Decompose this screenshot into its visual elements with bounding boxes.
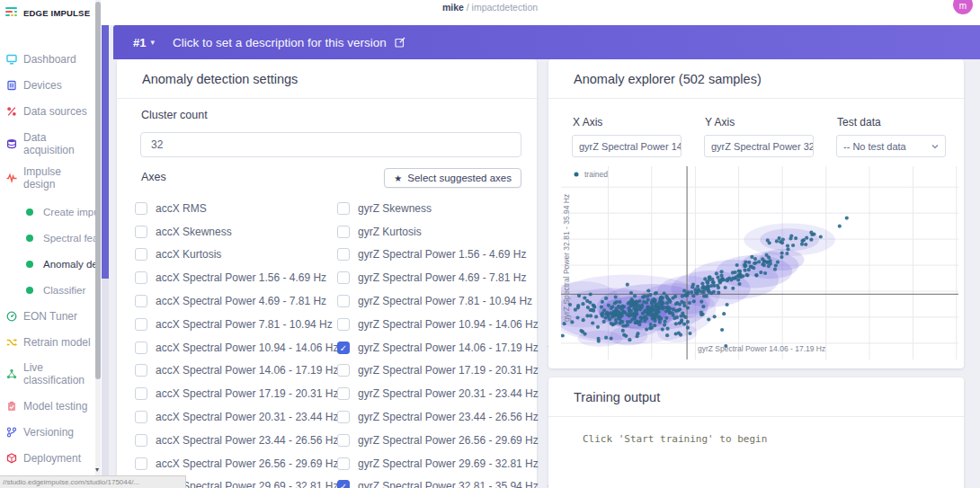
- axis-checkbox[interactable]: [337, 387, 350, 400]
- axis-checkbox-row[interactable]: gyrZ Spectral Power 23.44 - 26.56 Hz: [337, 405, 556, 429]
- sidebar-scrollbar-thumb[interactable]: [95, 2, 101, 379]
- axis-checkbox[interactable]: [135, 202, 147, 215]
- sidebar-item-eon-tuner[interactable]: EON Tuner: [0, 308, 95, 324]
- axis-checkbox-row[interactable]: accX Skewness: [135, 220, 337, 244]
- axis-checkbox-row[interactable]: accX Kurtosis: [135, 244, 337, 267]
- axis-checkbox[interactable]: [337, 226, 350, 238]
- axis-checkbox[interactable]: ✓: [337, 342, 350, 354]
- axis-checkbox-row[interactable]: gyrZ Spectral Power 26.56 - 29.69 Hz: [337, 429, 556, 452]
- suggest-button-label: Select suggested axes: [407, 173, 512, 183]
- x-axis-label: X Axis: [573, 116, 602, 129]
- axis-checkbox[interactable]: [135, 387, 147, 400]
- axis-checkbox[interactable]: [135, 226, 147, 238]
- edit-pencil-icon[interactable]: [395, 37, 405, 48]
- axis-checkbox[interactable]: [135, 411, 147, 423]
- main-scrollbar[interactable]: [102, 25, 109, 488]
- axis-checkbox-label: gyrZ Skewness: [358, 202, 432, 215]
- sidebar-item-versioning[interactable]: Versioning: [0, 424, 95, 440]
- axis-checkbox-label: gyrZ Spectral Power 29.69 - 32.81 Hz: [358, 457, 539, 470]
- devices-icon: [6, 80, 17, 91]
- svg-text:gyrZ Spectral Power 14.06 - 17: gyrZ Spectral Power 14.06 - 17.19 Hz: [698, 344, 825, 353]
- axis-checkbox-label: accX Spectral Power 7.81 - 10.94 Hz: [156, 318, 333, 331]
- logo-text: EDGE IMPULSE: [23, 8, 90, 18]
- axis-checkbox-row[interactable]: accX Spectral Power 10.94 - 14.06 Hz: [135, 336, 337, 359]
- training-console-text: Click 'Start training' to begin: [583, 433, 767, 445]
- sidebar-item-dashboard[interactable]: Dashboard: [0, 51, 95, 67]
- axis-checkbox-row[interactable]: gyrZ Kurtosis: [337, 220, 556, 244]
- network-icon: [6, 368, 17, 379]
- axis-checkbox-row[interactable]: accX Spectral Power 7.81 - 10.94 Hz: [135, 313, 337, 336]
- axis-checkbox-row[interactable]: accX Spectral Power 1.56 - 4.69 Hz: [135, 266, 337, 289]
- axis-checkbox[interactable]: [337, 318, 350, 331]
- axis-checkbox[interactable]: [135, 271, 147, 284]
- axis-checkbox-row[interactable]: gyrZ Spectral Power 4.69 - 7.81 Hz: [337, 266, 556, 289]
- sidebar-item-devices[interactable]: Devices: [0, 77, 95, 93]
- axis-checkbox[interactable]: [337, 364, 350, 377]
- axis-checkbox[interactable]: [135, 318, 147, 331]
- axis-checkbox-row[interactable]: gyrZ Spectral Power 29.69 - 32.81 Hz: [337, 452, 556, 475]
- axis-checkbox[interactable]: [135, 295, 147, 307]
- main-scrollbar-thumb[interactable]: [102, 25, 109, 279]
- sidebar-item-classifier[interactable]: Classifier: [0, 282, 95, 298]
- axis-checkbox[interactable]: [337, 434, 350, 447]
- axis-checkbox-label: gyrZ Spectral Power 10.94 - 14.06 Hz: [358, 318, 539, 331]
- axis-checkbox-row[interactable]: gyrZ Spectral Power 7.81 - 10.94 Hz: [337, 289, 556, 313]
- sidebar-item-deployment[interactable]: Deployment: [0, 450, 95, 466]
- sidebar-item-live-classification[interactable]: Live classification: [0, 359, 95, 389]
- sidebar-item-data-acquisition[interactable]: Data acquisition: [0, 129, 95, 159]
- sidebar-item-data-sources[interactable]: Data sources: [0, 103, 95, 120]
- sidebar-item-retrain-model[interactable]: Retrain model: [0, 334, 95, 350]
- axis-checkbox-row[interactable]: gyrZ Skewness: [337, 197, 556, 220]
- axis-checkbox-label: accX Spectral Power 20.31 - 23.44 Hz: [156, 411, 338, 423]
- version-banner: #1 ▾ Click to set a description for this…: [113, 25, 980, 59]
- breadcrumb-user[interactable]: mike: [442, 2, 464, 13]
- sidebar-item-model-testing[interactable]: Model testing: [0, 398, 95, 414]
- axis-checkbox-row[interactable]: gyrZ Spectral Power 20.31 - 23.44 Hz: [337, 382, 556, 405]
- breadcrumb-project[interactable]: impactdetection: [472, 2, 539, 13]
- edge-impulse-logo[interactable]: EDGE IMPULSE: [5, 4, 90, 21]
- axis-checkbox[interactable]: [135, 364, 147, 377]
- y-axis-select[interactable]: gyrZ Spectral Power 32.81: [704, 135, 814, 157]
- axis-checkbox[interactable]: ✓: [337, 480, 350, 488]
- sidebar-item-impulse-design[interactable]: Impulse design: [0, 163, 95, 193]
- select-suggested-axes-button[interactable]: ★ Select suggested axes: [384, 168, 521, 188]
- axis-checkbox-label: gyrZ Spectral Power 14.06 - 17.19 Hz: [358, 342, 539, 354]
- axis-checkbox-row[interactable]: gyrZ Spectral Power 1.56 - 4.69 Hz: [337, 244, 556, 267]
- test-data-select[interactable]: -- No test data: [836, 135, 946, 157]
- axis-checkbox-row[interactable]: ✓gyrZ Spectral Power 14.06 - 17.19 Hz★: [337, 336, 556, 359]
- cluster-count-input[interactable]: [140, 132, 521, 157]
- axis-checkbox-row[interactable]: ✓gyrZ Spectral Power 32.81 - 35.94 Hz★: [337, 475, 556, 488]
- axis-checkbox-row[interactable]: gyrZ Spectral Power 17.19 - 20.31 Hz: [337, 359, 556, 383]
- axis-checkbox-row[interactable]: accX Spectral Power 4.69 - 7.81 Hz: [135, 289, 337, 313]
- axis-checkbox[interactable]: [135, 457, 147, 470]
- axis-checkbox[interactable]: [337, 248, 350, 261]
- axis-checkbox-row[interactable]: accX RMS: [135, 197, 337, 220]
- sidebar-item-create-impulse[interactable]: Create impulse: [0, 204, 95, 220]
- version-dropdown-arrow[interactable]: ▾: [150, 38, 155, 47]
- anomaly-scatter-plot[interactable]: trainedgyrZ Spectral Power 14.06 - 17.19…: [561, 166, 958, 359]
- axis-checkbox[interactable]: [135, 342, 147, 354]
- x-axis-select[interactable]: gyrZ Spectral Power 14.06: [572, 135, 682, 157]
- sidebar-scroll-down-arrow[interactable]: ▾: [92, 465, 102, 475]
- sidebar-item-anomaly-detection[interactable]: Anomaly detection: [0, 256, 95, 272]
- version-number[interactable]: #1: [133, 36, 146, 49]
- axis-checkbox[interactable]: [337, 202, 350, 215]
- axis-checkbox[interactable]: [337, 457, 350, 470]
- axis-checkbox[interactable]: [337, 295, 350, 307]
- version-description[interactable]: Click to set a description for this vers…: [173, 36, 387, 49]
- sidebar-scrollbar[interactable]: [95, 0, 101, 488]
- axes-column-1: gyrZ SkewnessgyrZ KurtosisgyrZ Spectral …: [337, 197, 556, 488]
- axis-checkbox-row[interactable]: accX Spectral Power 20.31 - 23.44 Hz: [135, 405, 337, 429]
- chevron-down-icon: [931, 144, 939, 149]
- axis-checkbox-row[interactable]: accX Spectral Power 26.56 - 29.69 Hz: [135, 452, 337, 475]
- axis-checkbox[interactable]: [337, 411, 350, 423]
- axis-checkbox-row[interactable]: gyrZ Spectral Power 10.94 - 14.06 Hz: [337, 313, 556, 336]
- axis-checkbox-row[interactable]: accX Spectral Power 23.44 - 26.56 Hz: [135, 429, 337, 452]
- axis-checkbox-label: accX Spectral Power 4.69 - 7.81 Hz: [156, 295, 326, 307]
- axis-checkbox[interactable]: [337, 271, 350, 284]
- axis-checkbox-row[interactable]: accX Spectral Power 17.19 - 20.31 Hz: [135, 382, 337, 405]
- axis-checkbox[interactable]: [135, 248, 147, 261]
- axis-checkbox[interactable]: [135, 434, 147, 447]
- sidebar-item-spectral-features[interactable]: Spectral features: [0, 230, 95, 246]
- axis-checkbox-row[interactable]: accX Spectral Power 14.06 - 17.19 Hz: [135, 359, 337, 383]
